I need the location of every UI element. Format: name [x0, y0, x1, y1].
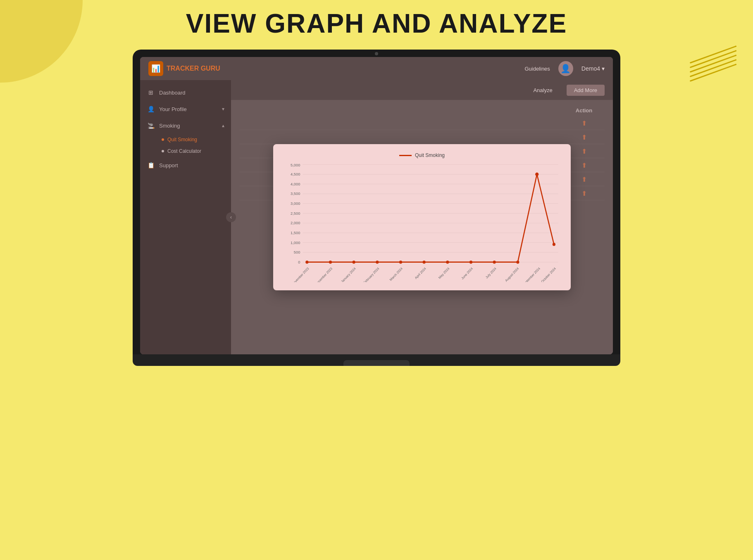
svg-text:1,000: 1,000: [291, 240, 300, 244]
sidebar-item-label-support: Support: [159, 162, 224, 168]
svg-point-29: [446, 261, 449, 264]
corner-decoration-right: [687, 45, 736, 68]
svg-point-24: [329, 261, 332, 264]
line-chart: 0 500 1,000 1,500 2,000 2,500 3,000 3,50…: [281, 162, 562, 282]
dashboard-icon: ⊞: [147, 88, 155, 97]
svg-text:4,500: 4,500: [291, 172, 300, 176]
svg-point-27: [399, 261, 402, 264]
svg-point-33: [535, 173, 539, 176]
svg-text:3,000: 3,000: [291, 201, 300, 206]
app-ui: 📊 TRACKER GURU Guidelines 👤 Demo4 ▾: [140, 57, 613, 354]
sidebar: ‹ ⊞ Dashboard 👤 Your Profile ▾: [140, 80, 231, 354]
sidebar-item-label-dashboard: Dashboard: [159, 90, 224, 96]
chart-legend: Quit Smoking: [281, 152, 562, 158]
laptop-screen: 📊 TRACKER GURU Guidelines 👤 Demo4 ▾: [140, 57, 613, 354]
sidebar-subitem-cost-calculator[interactable]: Cost Calculator: [155, 145, 231, 157]
laptop-base: [133, 354, 620, 366]
svg-text:March 2024: March 2024: [389, 266, 403, 282]
laptop-camera: [375, 52, 378, 55]
svg-text:February 2024: February 2024: [363, 266, 380, 282]
legend-label: Quit Smoking: [415, 152, 445, 158]
user-avatar: 👤: [558, 61, 573, 76]
svg-text:January 2024: January 2024: [340, 266, 357, 282]
svg-text:October 2024: October 2024: [541, 266, 557, 282]
svg-text:December 2023: December 2023: [315, 266, 333, 282]
chevron-down-icon: ▾: [602, 65, 605, 72]
laptop-frame: 📊 TRACKER GURU Guidelines 👤 Demo4 ▾: [133, 50, 620, 366]
svg-point-32: [516, 261, 519, 264]
logo-icon: 📊: [148, 61, 163, 76]
content-area: Analyze Add More Action ⬆: [231, 80, 613, 354]
chart-svg-wrapper: 0 500 1,000 1,500 2,000 2,500 3,000 3,50…: [281, 162, 562, 282]
svg-point-34: [553, 243, 555, 246]
svg-point-31: [493, 261, 496, 264]
main-content: ‹ ⊞ Dashboard 👤 Your Profile ▾: [140, 80, 613, 354]
chevron-icon-profile: ▾: [222, 106, 224, 112]
smoking-icon: 🚬: [147, 121, 155, 130]
guidelines-button[interactable]: Guidelines: [524, 66, 550, 72]
sidebar-subitem-quit-smoking[interactable]: Quit Smoking: [155, 134, 231, 145]
logo: 📊 TRACKER GURU: [148, 61, 220, 76]
svg-text:0: 0: [298, 260, 300, 264]
sidebar-item-your-profile[interactable]: 👤 Your Profile ▾: [140, 101, 231, 117]
navbar-right: Guidelines 👤 Demo4 ▾: [524, 61, 605, 76]
svg-text:June 2024: June 2024: [460, 266, 474, 280]
navbar: 📊 TRACKER GURU Guidelines 👤 Demo4 ▾: [140, 57, 613, 80]
svg-text:2,000: 2,000: [291, 221, 300, 225]
svg-text:5,000: 5,000: [291, 162, 300, 167]
svg-text:500: 500: [294, 250, 300, 254]
svg-text:August 2024: August 2024: [504, 266, 519, 282]
sidebar-sub-menu: Quit Smoking Cost Calculator: [140, 134, 231, 157]
cost-calculator-label: Cost Calculator: [167, 148, 201, 154]
logo-guru: GURU: [201, 65, 220, 72]
corner-decoration-left: [0, 0, 83, 83]
chevron-icon-smoking: ▴: [222, 123, 224, 128]
svg-text:September 2024: September 2024: [522, 266, 541, 282]
svg-point-23: [305, 261, 308, 264]
svg-text:3,500: 3,500: [291, 191, 300, 196]
svg-text:May 2024: May 2024: [438, 266, 450, 280]
sidebar-item-dashboard[interactable]: ⊞ Dashboard: [140, 84, 231, 101]
svg-text:July 2024: July 2024: [485, 266, 497, 279]
profile-icon: 👤: [147, 105, 155, 113]
svg-text:4,000: 4,000: [291, 182, 300, 186]
sidebar-item-label-profile: Your Profile: [159, 106, 218, 112]
sidebar-item-label-smoking: Smoking: [159, 123, 218, 129]
page-title: VIEW GRAPH AND ANALYZE: [186, 8, 567, 39]
svg-text:November 2023: November 2023: [291, 266, 310, 282]
quit-smoking-label: Quit Smoking: [167, 137, 197, 142]
support-icon: 📋: [147, 161, 155, 169]
svg-text:2,500: 2,500: [291, 211, 300, 216]
sidebar-item-smoking[interactable]: 🚬 Smoking ▴: [140, 117, 231, 134]
svg-text:1,500: 1,500: [291, 230, 300, 235]
logo-tracker: TRACKER: [167, 65, 199, 72]
legend-line-icon: [399, 155, 412, 156]
svg-point-26: [376, 261, 379, 264]
dot-icon-quit-smoking: [162, 138, 164, 141]
sidebar-item-support[interactable]: 📋 Support: [140, 157, 231, 173]
svg-point-30: [469, 261, 472, 264]
svg-point-25: [353, 261, 355, 264]
logo-text: TRACKER GURU: [167, 65, 220, 72]
svg-text:April 2024: April 2024: [414, 266, 427, 280]
user-name[interactable]: Demo4 ▾: [581, 65, 605, 72]
chart-modal-overlay: Quit Smoking: [231, 80, 613, 354]
dot-icon-cost-calculator: [162, 150, 164, 152]
svg-point-28: [423, 261, 426, 264]
laptop-screen-frame: 📊 TRACKER GURU Guidelines 👤 Demo4 ▾: [133, 50, 620, 354]
chart-modal: Quit Smoking: [273, 144, 571, 290]
